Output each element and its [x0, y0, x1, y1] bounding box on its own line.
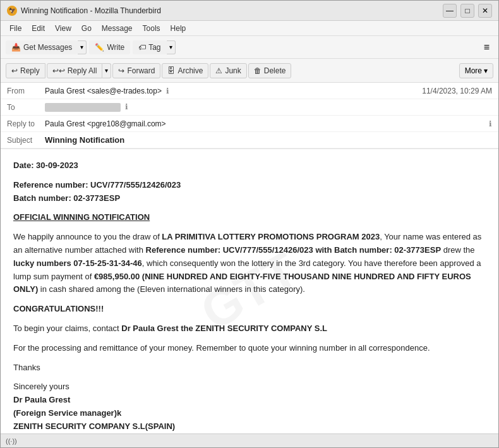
- menu-go[interactable]: Go: [76, 23, 97, 34]
- tag-dropdown[interactable]: ▾: [167, 40, 176, 54]
- claims-para: To begin your claims, contact Dr Paula G…: [13, 322, 486, 336]
- from-email: <sales@e-trades.top>: [87, 87, 162, 95]
- para1-end: in cash shared among the (Eleven interna…: [38, 284, 305, 294]
- ref-line: Reference number: UCV/777/555/12426/023 …: [13, 179, 486, 205]
- window-title: Winning Notification - Mozilla Thunderbi…: [21, 6, 161, 15]
- archive-label: Archive: [177, 66, 203, 75]
- menu-help[interactable]: Help: [165, 23, 191, 34]
- reply-all-button[interactable]: ↩↩ Reply All: [47, 63, 103, 78]
- delete-icon: 🗑: [254, 66, 262, 75]
- delete-button[interactable]: 🗑 Delete: [248, 63, 292, 78]
- delete-label: Delete: [264, 66, 286, 75]
- email-body: GTT Date: 30-09-2023 Reference number: U…: [1, 149, 498, 433]
- junk-icon: ⚠: [215, 66, 222, 75]
- title-bar-left: 🦅 Winning Notification - Mozilla Thunder…: [7, 6, 161, 16]
- junk-button[interactable]: ⚠ Junk: [210, 63, 246, 78]
- reply-label: Reply: [20, 66, 40, 75]
- sincerely-para: Sincerely yours Dr Paula Grest (Foreign …: [13, 380, 486, 433]
- status-icon: ((·)): [6, 437, 17, 445]
- email-date: 11/4/2023, 10:29 AM: [422, 87, 492, 95]
- app-icon: 🦅: [7, 6, 17, 16]
- from-row: From Paula Grest <sales@e-trades.top> ℹ …: [1, 83, 498, 99]
- para1-bold1: LA PRIMITIVA LOTTERY PROMOTIONS PROGRAM …: [162, 232, 380, 241]
- tag-group: 🏷 Tag ▾: [133, 40, 175, 54]
- close-button[interactable]: ✕: [478, 4, 492, 18]
- archive-button[interactable]: 🗄 Archive: [162, 63, 208, 78]
- status-bar: ((·)): [1, 433, 498, 447]
- para1-bold2: Reference number: UCV/777/555/12426/023 …: [146, 245, 442, 255]
- heading-text: OFFICIAL WINNING NOTIFICATION: [13, 212, 150, 222]
- get-messages-dropdown[interactable]: ▾: [78, 40, 87, 54]
- sincerely-text: Sincerely yours: [13, 382, 69, 391]
- subject-label: Subject: [7, 136, 45, 145]
- more-button[interactable]: More ▾: [459, 63, 493, 78]
- claims-start: To begin your claims, contact: [13, 324, 121, 333]
- reply-button[interactable]: ↩ Reply: [6, 63, 45, 78]
- reply-to-row: Reply to Paula Grest <pgre108@gmail.com>…: [1, 116, 498, 132]
- reply-all-label: Reply All: [68, 66, 97, 75]
- tag-label: Tag: [148, 43, 160, 52]
- heading-para: OFFICIAL WINNING NOTIFICATION: [13, 211, 486, 224]
- subject-value: Winning Notification: [45, 135, 124, 145]
- forward-button[interactable]: ↪ Forward: [112, 63, 160, 78]
- to-icon[interactable]: ℹ: [125, 102, 128, 111]
- para1-bold3: lucky numbers 07-15-25-31-34-46: [13, 258, 142, 268]
- forward-icon: ↪: [118, 66, 124, 75]
- menu-tools[interactable]: Tools: [138, 23, 165, 34]
- hamburger-menu[interactable]: ≡: [480, 40, 493, 55]
- claims-bold: Dr Paula Grest the ZENITH SECURITY COMPA…: [121, 324, 327, 333]
- write-label: Write: [107, 43, 124, 52]
- sig1-text: Dr Paula Grest: [13, 395, 70, 404]
- congrats-text: CONGRATULATIONS!!!: [13, 304, 104, 313]
- write-icon: ✏️: [95, 43, 104, 52]
- from-label: From: [7, 87, 45, 95]
- congrats-para: CONGRATULATIONS!!!: [13, 303, 486, 316]
- processing-para: For the processing and remittance of you…: [13, 342, 486, 355]
- title-bar-controls: — □ ✕: [443, 4, 492, 18]
- menu-file[interactable]: File: [4, 23, 27, 34]
- thanks-para: Thanks: [13, 361, 486, 375]
- from-value: Paula Grest <sales@e-trades.top> ℹ: [45, 87, 422, 95]
- get-messages-label: Get Messages: [23, 43, 72, 52]
- from-verified-icon[interactable]: ℹ: [166, 87, 169, 95]
- write-button[interactable]: ✏️ Write: [89, 40, 130, 54]
- sig2-text: (Foreign Service manager)k: [13, 408, 121, 418]
- sig3-text: ZENITH SECURITY COMPANY S.L(SPAIN): [13, 421, 175, 431]
- get-messages-icon: 📥: [11, 43, 21, 52]
- reply-to-icon[interactable]: ℹ: [489, 119, 492, 128]
- more-chevron-icon: ▾: [484, 66, 488, 75]
- reply-all-icon: ↩↩: [52, 66, 65, 75]
- get-messages-group: 📥 Get Messages ▾: [6, 40, 87, 54]
- junk-label: Junk: [225, 66, 241, 75]
- tag-icon: 🏷: [138, 43, 146, 52]
- from-name: Paula Grest: [45, 87, 85, 95]
- batch-text: Batch number: 02-3773ESP: [13, 193, 120, 203]
- menu-bar: File Edit View Go Message Tools Help: [1, 21, 498, 36]
- tag-button[interactable]: 🏷 Tag: [133, 40, 166, 54]
- date-line: Date: 30-09-2023: [13, 159, 486, 173]
- main-para: We happily announce to you the draw of L…: [13, 231, 486, 296]
- main-toolbar: 📥 Get Messages ▾ ✏️ Write 🏷 Tag ▾ ≡: [1, 36, 498, 59]
- para1-mid2: drew the: [441, 245, 474, 255]
- to-label: To: [7, 103, 45, 112]
- menu-view[interactable]: View: [50, 23, 76, 34]
- email-content: Date: 30-09-2023 Reference number: UCV/7…: [13, 159, 486, 433]
- minimize-button[interactable]: —: [443, 4, 457, 18]
- maximize-button[interactable]: □: [460, 4, 474, 18]
- archive-icon: 🗄: [167, 66, 175, 75]
- reply-group: ↩ Reply: [6, 63, 45, 78]
- subject-row: Subject Winning Notification: [1, 132, 498, 148]
- to-redacted: [45, 103, 121, 112]
- reply-to-value: Paula Grest <pgre108@gmail.com>: [45, 119, 486, 128]
- reply-all-dropdown[interactable]: ▾: [102, 63, 111, 78]
- reply-icon: ↩: [11, 66, 18, 75]
- menu-message[interactable]: Message: [97, 23, 138, 34]
- more-label: More: [465, 66, 482, 75]
- para1-start: We happily announce to you the draw of: [13, 232, 162, 241]
- main-window: 🦅 Winning Notification - Mozilla Thunder…: [0, 0, 499, 448]
- to-value: ℹ: [45, 102, 492, 112]
- menu-edit[interactable]: Edit: [27, 23, 50, 34]
- ref-text: Reference number: UCV/777/555/12426/023: [13, 180, 181, 190]
- reply-to-label: Reply to: [7, 119, 45, 128]
- get-messages-button[interactable]: 📥 Get Messages: [6, 40, 78, 54]
